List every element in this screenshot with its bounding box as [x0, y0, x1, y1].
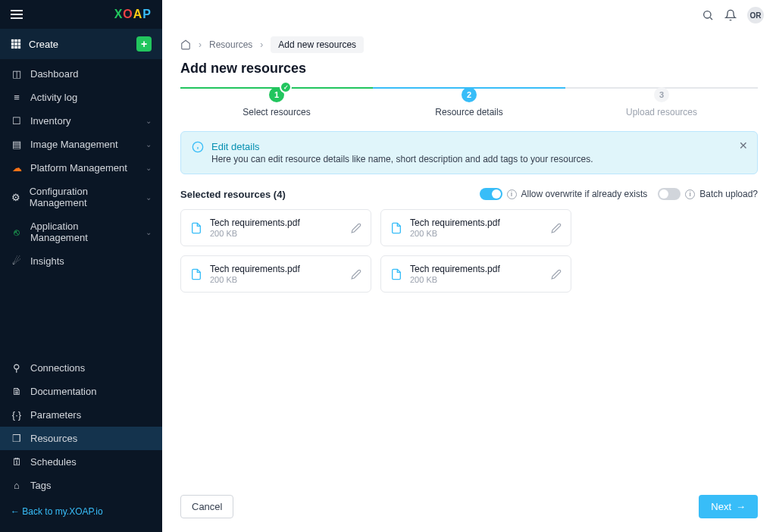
sidebar-item-schedules[interactable]: 🗓Schedules	[0, 450, 162, 474]
sidebar-item-dashboard[interactable]: ◫Dashboard	[0, 62, 162, 86]
svg-line-10	[710, 17, 712, 20]
svg-rect-5	[18, 42, 21, 45]
activity-icon: ≡	[11, 92, 23, 103]
file-name: Tech requirements.pdf	[410, 264, 543, 274]
sidebar-item-resources[interactable]: ❒Resources	[0, 427, 162, 450]
edit-icon[interactable]	[551, 269, 562, 280]
menu-toggle-icon[interactable]	[11, 10, 23, 19]
file-name: Tech requirements.pdf	[410, 217, 543, 228]
brand-logo: XOAP	[114, 8, 152, 21]
toggle-batch: i Batch upload?	[658, 188, 758, 200]
sidebar-item-inventory[interactable]: ☐Inventory⌄	[0, 109, 162, 133]
step-label: Select resources	[180, 107, 373, 117]
sidebar-item-configuration-management[interactable]: ⚙Configuration Management⌄	[0, 180, 162, 214]
edit-icon[interactable]	[551, 223, 562, 233]
next-button[interactable]: Next→	[699, 495, 758, 518]
file-icon	[190, 221, 202, 236]
svg-rect-8	[18, 46, 21, 49]
info-banner: Edit details Here you can edit resource …	[180, 131, 758, 174]
main: OR › Resources › Add new resources Add n…	[162, 0, 776, 532]
stepper: 1 Select resources 2 Resource details 3 …	[180, 87, 758, 117]
search-icon[interactable]	[702, 9, 714, 21]
create-button[interactable]: Create +	[0, 29, 162, 59]
back-link[interactable]: ← Back to my.XOAP.io	[0, 497, 162, 526]
sidebar-item-label: Application Management	[30, 221, 138, 243]
close-icon[interactable]: ✕	[739, 139, 748, 152]
edit-icon[interactable]	[351, 269, 361, 280]
toggles: i Allow overwrite if already exists i Ba…	[480, 188, 758, 200]
file-size: 200 KB	[410, 275, 543, 284]
back-label: Back to my.XOAP.io	[22, 506, 102, 517]
create-label: Create	[29, 39, 58, 50]
selected-resources-label: Selected resources (4)	[180, 189, 286, 200]
params-icon: {·}	[11, 409, 23, 421]
sidebar-item-tags[interactable]: ⌂Tags	[0, 474, 162, 497]
toggle-overwrite-switch[interactable]	[480, 188, 502, 200]
file-card: Tech requirements.pdf200 KB	[180, 209, 371, 246]
svg-rect-7	[14, 46, 17, 49]
sidebar-item-insights[interactable]: ☄Insights	[0, 249, 162, 273]
plus-icon[interactable]: +	[136, 36, 152, 52]
cloud-icon: ☁	[11, 162, 23, 174]
sidebar-item-image-management[interactable]: ▤Image Management⌄	[0, 133, 162, 156]
sidebar-item-label: Parameters	[30, 409, 81, 421]
sidebar-item-documentation[interactable]: 🗎Documentation	[0, 380, 162, 403]
toggle-overwrite: i Allow overwrite if already exists	[480, 188, 648, 200]
selected-resources-header: Selected resources (4) i Allow overwrite…	[180, 188, 758, 200]
chevron-down-icon: ⌄	[146, 117, 152, 125]
sidebar-item-label: Activity log	[30, 92, 77, 103]
config-icon: ⚙	[11, 192, 22, 203]
cancel-button[interactable]: Cancel	[180, 495, 233, 518]
toggle-batch-label: Batch upload?	[699, 189, 758, 199]
breadcrumb-current: Add new resources	[271, 36, 364, 53]
file-size: 200 KB	[210, 229, 343, 238]
sidebar-item-parameters[interactable]: {·}Parameters	[0, 403, 162, 427]
svg-rect-4	[14, 42, 17, 45]
sidebar-item-connections[interactable]: ⚲Connections	[0, 356, 162, 380]
connections-icon: ⚲	[11, 362, 23, 374]
next-label: Next	[711, 501, 731, 512]
sidebar-item-label: Inventory	[30, 115, 70, 127]
svg-point-9	[704, 11, 711, 18]
bell-icon[interactable]	[724, 9, 737, 21]
step-2: 2 Resource details	[373, 87, 565, 117]
tags-icon: ⌂	[11, 480, 23, 491]
info-icon[interactable]: i	[507, 189, 517, 199]
file-name: Tech requirements.pdf	[210, 217, 343, 228]
step-label: Resource details	[373, 107, 565, 117]
step-3: 3 Upload resources	[565, 87, 758, 117]
sidebar-item-label: Connections	[30, 362, 85, 374]
edit-icon[interactable]	[351, 223, 361, 233]
chevron-down-icon: ⌄	[146, 193, 152, 202]
chevron-right-icon: ›	[199, 39, 202, 50]
step-circle: 1	[269, 87, 284, 102]
info-banner-title: Edit details	[211, 141, 593, 152]
file-size: 200 KB	[410, 229, 543, 238]
breadcrumb-resources[interactable]: Resources	[209, 39, 252, 50]
file-icon	[390, 267, 402, 282]
sidebar-item-label: Configuration Management	[30, 186, 138, 208]
svg-rect-3	[11, 42, 14, 45]
chevron-down-icon: ⌄	[146, 164, 152, 172]
file-icon	[390, 221, 402, 236]
info-icon[interactable]: i	[685, 189, 695, 199]
toggle-overwrite-label: Allow overwrite if already exists	[521, 189, 648, 199]
toggle-batch-switch[interactable]	[658, 188, 681, 200]
sidebar-top: XOAP	[0, 0, 162, 29]
avatar[interactable]: OR	[747, 7, 764, 23]
dashboard-icon: ◫	[11, 68, 23, 80]
sidebar-item-activity[interactable]: ≡Activity log	[0, 86, 162, 109]
breadcrumb: › Resources › Add new resources	[180, 36, 758, 53]
file-cards: Tech requirements.pdf200 KB Tech require…	[180, 209, 758, 293]
inventory-icon: ☐	[11, 115, 23, 127]
sidebar-item-platform-management[interactable]: ☁Platform Management⌄	[0, 156, 162, 180]
sidebar-item-application-management[interactable]: ⎋Application Management⌄	[0, 214, 162, 249]
sidebar-item-label: Image Management	[30, 139, 118, 150]
home-icon[interactable]	[180, 39, 191, 50]
step-label: Upload resources	[565, 107, 758, 117]
file-size: 200 KB	[210, 275, 343, 284]
topbar: OR	[162, 0, 776, 30]
file-card: Tech requirements.pdf200 KB	[180, 255, 371, 293]
chevron-right-icon: ›	[260, 39, 263, 50]
insights-icon: ☄	[11, 255, 23, 267]
